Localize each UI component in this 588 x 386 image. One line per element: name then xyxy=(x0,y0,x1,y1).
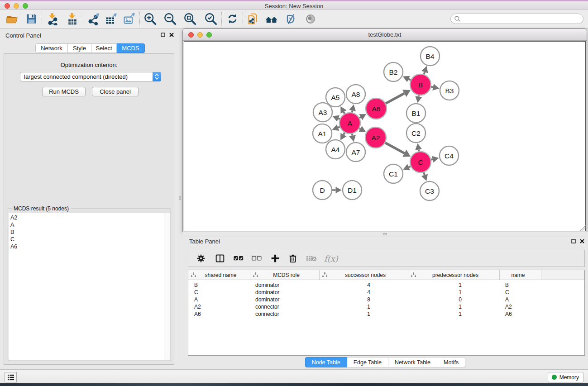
edge-arrowhead-icon xyxy=(432,156,439,163)
header-filler xyxy=(541,270,584,280)
table-cell: 1 xyxy=(320,304,408,311)
refresh-layout-button[interactable] xyxy=(225,12,239,26)
tab-edge-table[interactable]: Edge Table xyxy=(347,357,388,367)
tab-node-table[interactable]: Node Table xyxy=(305,357,347,367)
close-panel-icon[interactable] xyxy=(169,33,174,37)
toggle-view-button[interactable] xyxy=(304,12,317,26)
attribute-icon xyxy=(322,272,327,277)
float-panel-icon[interactable] xyxy=(161,33,165,37)
edge-A-A3[interactable] xyxy=(338,119,339,119)
table-settings-button[interactable] xyxy=(196,254,206,263)
mcds-result-item[interactable]: A2 xyxy=(10,214,164,221)
home-layout-button[interactable] xyxy=(265,12,278,26)
edge-B-B2[interactable] xyxy=(409,79,411,80)
delete-table-button[interactable] xyxy=(306,255,317,262)
node-label: C4 xyxy=(445,152,454,160)
mcds-result-item[interactable]: B xyxy=(10,229,164,236)
mcds-result-scrollbar[interactable] xyxy=(164,213,170,360)
splitter-handle[interactable] xyxy=(383,233,387,235)
function-builder-button[interactable]: f(x) xyxy=(324,254,338,263)
zoom-selected-button[interactable] xyxy=(204,12,218,26)
criterion-dropdown[interactable]: largest connected component (directed) xyxy=(20,72,161,81)
dropdown-stepper-icon[interactable] xyxy=(153,72,161,81)
import-network-button[interactable] xyxy=(46,12,59,26)
table-row[interactable]: A2connector11A2 xyxy=(188,304,584,311)
column-layout-button[interactable] xyxy=(215,254,225,263)
edge-C-C4[interactable] xyxy=(431,159,432,160)
clone-network-button[interactable] xyxy=(247,12,260,26)
save-session-button[interactable] xyxy=(24,12,38,26)
node-table[interactable]: shared name MCDS role successor nodes pr… xyxy=(188,270,585,356)
node-label: B2 xyxy=(389,68,398,76)
column-header-mcds-role[interactable]: MCDS role xyxy=(250,270,320,280)
column-header-shared-name[interactable]: shared name xyxy=(188,270,250,280)
column-header-successor-nodes[interactable]: successor nodes xyxy=(320,270,408,280)
zoom-in-button[interactable] xyxy=(143,12,157,26)
tab-style[interactable]: Style xyxy=(68,43,91,53)
run-mcds-button[interactable]: Run MCDS xyxy=(42,87,86,96)
network-canvas[interactable]: B4B2BB3A8A5A6A3B1AA1C2A2A4A7C4CC1DD1C3 xyxy=(184,41,586,231)
column-header-name[interactable]: name xyxy=(500,270,541,280)
add-column-button[interactable] xyxy=(271,254,280,263)
mcds-result-item[interactable]: C xyxy=(10,236,164,243)
edge-B-B4[interactable] xyxy=(424,72,425,74)
toolbar-separator xyxy=(221,12,222,26)
edge-A-A8[interactable] xyxy=(352,110,353,112)
hide-graphics-details-button[interactable] xyxy=(284,12,297,26)
tab-mcds[interactable]: MCDS xyxy=(117,43,145,53)
resize-grip-icon[interactable] xyxy=(580,225,586,231)
table-row[interactable]: A6connector11A6 xyxy=(188,311,584,318)
select-all-button[interactable] xyxy=(234,256,244,261)
table-row[interactable]: Adominator80A xyxy=(188,296,584,304)
tab-network-table[interactable]: Network Table xyxy=(388,357,437,367)
tab-select[interactable]: Select xyxy=(91,43,117,53)
table-cell: C xyxy=(500,289,541,296)
edge-A-A6[interactable] xyxy=(359,117,361,118)
tab-motifs[interactable]: Motifs xyxy=(437,357,465,367)
mcds-result-item[interactable]: A xyxy=(10,221,164,229)
table-row[interactable]: Cdominator41C xyxy=(188,289,584,296)
column-header-predecessor-nodes[interactable]: predecessor nodes xyxy=(408,270,500,280)
mcds-result-item[interactable]: A6 xyxy=(10,243,164,250)
edge-A-A1[interactable] xyxy=(338,127,340,127)
mcds-result-list[interactable]: A2ABCA6 xyxy=(9,213,164,360)
horizontal-splitter[interactable] xyxy=(182,232,588,236)
zoom-fit-button[interactable] xyxy=(183,12,197,26)
memory-button[interactable]: Memory xyxy=(548,372,584,382)
network-view-window[interactable]: testGlobe.txt B4B2BB3A8A5A6A3B1AA1C2A2A4… xyxy=(182,29,587,232)
zoom-out-button[interactable] xyxy=(163,12,177,26)
search-input[interactable] xyxy=(461,15,583,23)
table-cell: 1 xyxy=(408,304,500,311)
open-session-button[interactable] xyxy=(5,12,19,26)
edge-A2-C[interactable] xyxy=(385,143,404,153)
export-network-button[interactable] xyxy=(87,12,100,26)
close-panel-button[interactable]: Close panel xyxy=(92,87,139,96)
tab-network[interactable]: Network xyxy=(35,43,68,53)
delete-column-button[interactable] xyxy=(289,254,297,263)
edge-A-A7[interactable] xyxy=(352,134,353,136)
close-panel-icon[interactable] xyxy=(580,239,584,243)
node-table-header: shared name MCDS role successor nodes pr… xyxy=(188,270,584,280)
float-panel-icon[interactable] xyxy=(571,239,576,243)
splitter-handle[interactable] xyxy=(179,196,181,200)
edge-C-C1[interactable] xyxy=(409,167,411,167)
edge-A-A5[interactable] xyxy=(344,112,344,114)
edge-A-A2[interactable] xyxy=(359,129,360,129)
window-titlebar[interactable]: Session: New Session xyxy=(0,0,588,10)
network-window-titlebar[interactable]: testGlobe.txt xyxy=(183,29,587,41)
edge-C-C3[interactable] xyxy=(424,172,425,175)
deselect-all-button[interactable] xyxy=(252,256,262,261)
edge-B-B3[interactable] xyxy=(431,87,433,87)
search-field[interactable] xyxy=(450,14,583,24)
node-label: C1 xyxy=(389,170,398,178)
export-table-button[interactable] xyxy=(104,12,118,26)
edge-A6-B[interactable] xyxy=(386,93,404,103)
edge-C-C2[interactable] xyxy=(419,150,419,152)
export-image-button[interactable] xyxy=(122,12,136,26)
edge-A-A4[interactable] xyxy=(344,133,345,135)
show-task-history-button[interactable] xyxy=(5,372,17,382)
network-graph[interactable]: B4B2BB3A8A5A6A3B1AA1C2A2A4A7C4CC1DD1C3 xyxy=(184,42,585,231)
vertical-splitter[interactable] xyxy=(177,29,182,368)
import-table-button[interactable] xyxy=(66,12,79,26)
table-row[interactable]: Bdominator41B xyxy=(188,282,584,289)
